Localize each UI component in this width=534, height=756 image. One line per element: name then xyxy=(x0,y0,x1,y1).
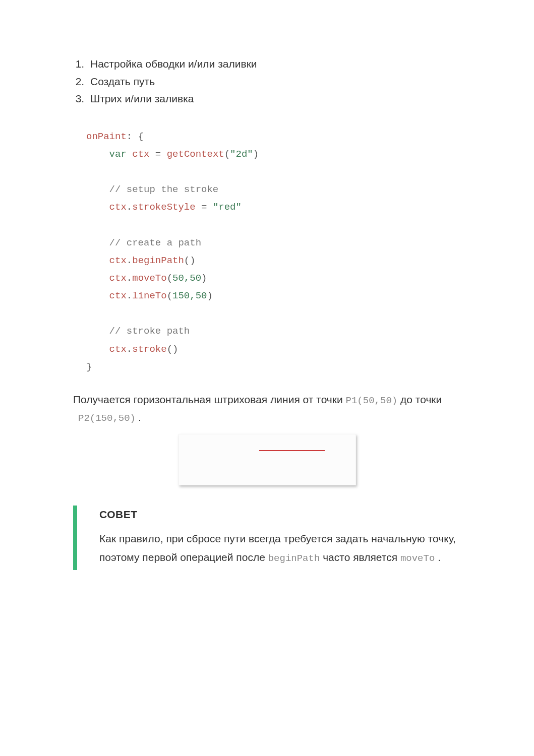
code-token: beginPath xyxy=(132,255,184,266)
code-token: ctx xyxy=(109,290,127,301)
code-token: var xyxy=(109,149,127,160)
code-block: onPaint: { var ctx = getContext("2d") //… xyxy=(86,128,461,376)
code-token: = xyxy=(196,202,213,213)
list-item: Настройка обводки и/или заливки xyxy=(87,55,461,73)
code-token: ) xyxy=(207,290,212,301)
code-token: . xyxy=(127,344,132,355)
list-item: Создать путь xyxy=(87,73,461,91)
code-token: getContext xyxy=(167,149,224,160)
code-token: ( xyxy=(224,149,230,160)
paragraph: Получается горизонтальная штриховая лини… xyxy=(73,391,461,408)
code-token: . xyxy=(127,273,132,284)
text: Получается горизонтальная штриховая лини… xyxy=(73,394,346,405)
text: часто является xyxy=(320,551,400,563)
text: . xyxy=(136,412,141,423)
canvas-result-figure xyxy=(179,434,356,485)
code-comment: // create a path xyxy=(109,237,201,248)
code-token: . xyxy=(127,290,132,301)
paragraph: P2(150,50) . xyxy=(78,412,461,424)
code-token: "red" xyxy=(213,202,242,213)
code-token: } xyxy=(86,361,92,372)
code-token: stroke xyxy=(132,344,166,355)
code-token: ( xyxy=(167,290,172,301)
code-token: : { xyxy=(127,131,144,142)
code-token: ctx xyxy=(132,149,149,160)
code-token: "2d" xyxy=(230,149,253,160)
code-token: = xyxy=(149,149,166,160)
code-token: ) xyxy=(253,149,259,160)
code-comment: // setup the stroke xyxy=(109,184,219,195)
code-token: ctx xyxy=(109,273,127,284)
text: до точки xyxy=(397,394,442,405)
code-token: ) xyxy=(201,273,207,284)
code-token: 150,50 xyxy=(172,290,207,301)
code-token: . xyxy=(127,202,132,213)
text: . xyxy=(435,551,441,563)
code-token: . xyxy=(127,255,132,266)
document-page: Настройка обводки и/или заливки Создать … xyxy=(0,0,534,756)
code-token: ctx xyxy=(109,344,127,355)
code-token: ( xyxy=(184,255,190,266)
code-token: ctx xyxy=(109,255,127,266)
code-token: lineTo xyxy=(132,290,166,301)
code-token: strokeStyle xyxy=(132,202,195,213)
tip-body: Как правило, при сбросе пути всегда треб… xyxy=(99,530,461,567)
code-token: ) xyxy=(190,255,195,266)
tip-title: СОВЕТ xyxy=(99,509,461,521)
inline-code: P1(50,50) xyxy=(346,395,398,406)
code-token: onPaint xyxy=(86,131,127,142)
code-token: ctx xyxy=(109,202,127,213)
list-item: Штрих и/или заливка xyxy=(87,90,461,108)
code-token: ( xyxy=(167,344,172,355)
inline-code: moveTo xyxy=(400,553,435,564)
figure-red-line xyxy=(259,450,325,451)
code-token: ) xyxy=(172,344,178,355)
steps-list: Настройка обводки и/или заливки Создать … xyxy=(73,55,461,108)
tip-callout: СОВЕТ Как правило, при сбросе пути всегд… xyxy=(73,506,461,570)
code-comment: // stroke path xyxy=(109,326,190,337)
code-token: 50,50 xyxy=(172,273,201,284)
inline-code: beginPath xyxy=(268,553,320,564)
code-token: moveTo xyxy=(132,273,166,284)
code-token: ( xyxy=(167,273,172,284)
inline-code: P2(150,50) xyxy=(78,413,136,424)
